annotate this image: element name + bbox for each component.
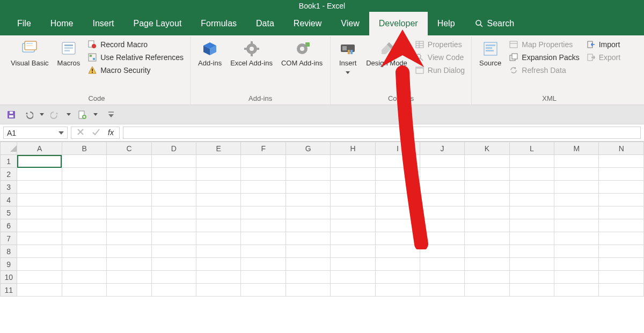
cell[interactable] [241, 284, 286, 297]
formula-input[interactable] [123, 127, 641, 139]
undo-dropdown-icon[interactable] [40, 113, 44, 116]
cell[interactable] [599, 284, 644, 297]
tab-home[interactable]: Home [41, 12, 83, 35]
cell[interactable] [241, 168, 286, 181]
cell[interactable] [599, 168, 644, 181]
cell[interactable] [509, 271, 554, 284]
row-header[interactable]: 7 [1, 232, 17, 245]
cell[interactable] [241, 258, 286, 271]
column-header[interactable]: M [554, 142, 598, 155]
cancel-formula-icon[interactable] [77, 128, 84, 137]
cell[interactable] [17, 284, 62, 297]
export-button[interactable]: Export [584, 51, 623, 63]
cell[interactable] [599, 271, 644, 284]
cell[interactable] [375, 219, 420, 232]
cell[interactable] [241, 232, 286, 245]
cell[interactable] [286, 155, 330, 168]
cell[interactable] [509, 181, 554, 194]
column-header[interactable]: F [241, 142, 286, 155]
cell[interactable] [465, 181, 509, 194]
cell[interactable] [420, 258, 464, 271]
row-header[interactable]: 2 [1, 168, 17, 181]
cell[interactable] [331, 232, 375, 245]
cell[interactable] [375, 271, 420, 284]
cell[interactable] [62, 245, 106, 258]
cell[interactable] [107, 181, 151, 194]
cell[interactable] [331, 168, 375, 181]
cell[interactable] [151, 232, 196, 245]
cell[interactable] [241, 155, 286, 168]
cell[interactable] [599, 155, 644, 168]
cell[interactable] [375, 155, 420, 168]
cell[interactable] [420, 206, 464, 219]
cell[interactable] [62, 168, 106, 181]
cell[interactable] [286, 181, 330, 194]
cell[interactable] [107, 219, 151, 232]
cell[interactable] [196, 168, 241, 181]
view-code-button[interactable]: View Code [413, 51, 467, 63]
cell[interactable] [331, 271, 375, 284]
save-button[interactable] [5, 109, 17, 121]
cell[interactable] [107, 271, 151, 284]
macros-button[interactable]: Macros [54, 39, 84, 69]
cell[interactable] [62, 258, 106, 271]
cell[interactable] [286, 219, 330, 232]
tab-page-layout[interactable]: Page Layout [123, 12, 191, 35]
cell[interactable] [509, 258, 554, 271]
cell[interactable] [62, 219, 106, 232]
column-header[interactable]: J [420, 142, 464, 155]
cell[interactable] [509, 206, 554, 219]
cell[interactable] [196, 155, 241, 168]
cell[interactable] [465, 155, 509, 168]
macro-security-button[interactable]: Macro Security [85, 64, 186, 76]
cell[interactable] [17, 194, 62, 206]
cell[interactable] [151, 258, 196, 271]
tab-help[interactable]: Help [428, 12, 465, 35]
qat-customize-button[interactable] [105, 109, 117, 121]
cell[interactable] [107, 245, 151, 258]
cell[interactable] [151, 271, 196, 284]
cell[interactable] [151, 168, 196, 181]
cell[interactable] [286, 271, 330, 284]
cell[interactable] [196, 181, 241, 194]
row-header[interactable]: 11 [1, 284, 17, 297]
run-dialog-button[interactable]: Run Dialog [413, 64, 467, 76]
cell[interactable] [196, 284, 241, 297]
cell[interactable] [375, 258, 420, 271]
row-header[interactable]: 3 [1, 181, 17, 194]
cell[interactable] [196, 206, 241, 219]
column-header[interactable]: D [151, 142, 196, 155]
cell[interactable] [509, 284, 554, 297]
cell[interactable] [420, 284, 464, 297]
tab-search[interactable]: Search [465, 12, 524, 35]
tab-review[interactable]: Review [284, 12, 331, 35]
row-header[interactable]: 8 [1, 245, 17, 258]
cell[interactable] [17, 245, 62, 258]
row-header[interactable]: 5 [1, 206, 17, 219]
cell[interactable] [286, 168, 330, 181]
row-header[interactable]: 1 [1, 155, 17, 168]
cell[interactable] [331, 194, 375, 206]
cell[interactable] [196, 219, 241, 232]
cell[interactable] [599, 232, 644, 245]
cell[interactable] [509, 232, 554, 245]
cell[interactable] [420, 194, 464, 206]
cell[interactable] [509, 168, 554, 181]
record-macro-button[interactable]: Record Macro [85, 39, 186, 50]
cell[interactable] [375, 181, 420, 194]
cell[interactable] [554, 271, 598, 284]
redo-dropdown-icon[interactable] [67, 113, 71, 116]
cell[interactable] [107, 194, 151, 206]
cell[interactable] [286, 258, 330, 271]
map-properties-button[interactable]: Map Properties [507, 39, 581, 50]
row-header[interactable]: 4 [1, 194, 17, 206]
cell[interactable] [107, 232, 151, 245]
cell[interactable] [17, 232, 62, 245]
insert-controls-button[interactable]: Insert [335, 39, 361, 77]
cell[interactable] [554, 206, 598, 219]
cell[interactable] [151, 219, 196, 232]
cell[interactable] [196, 271, 241, 284]
column-header[interactable]: N [599, 142, 644, 155]
cell[interactable] [151, 155, 196, 168]
cell[interactable] [62, 194, 106, 206]
